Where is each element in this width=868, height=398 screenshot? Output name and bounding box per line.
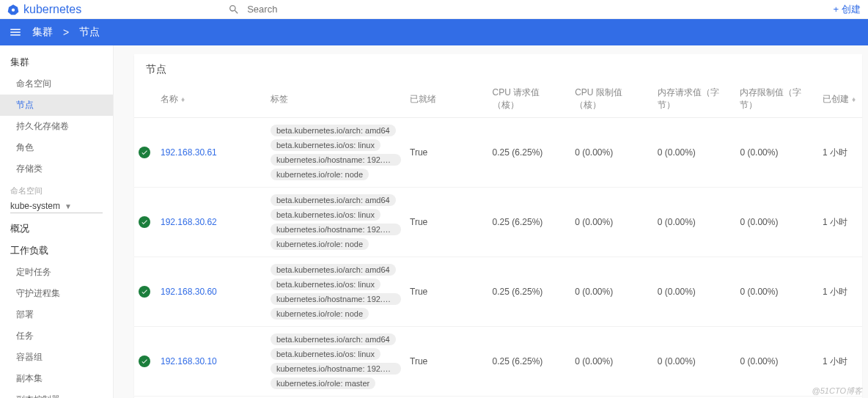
status-ok-icon [139, 286, 150, 298]
sidebar-item[interactable]: 角色 [0, 137, 113, 158]
cell-ready: True [405, 118, 488, 188]
table-header-row: 名称♦ 标签 已就绪 CPU 请求值（核） CPU 限制值（核） 内存请求值（字… [134, 81, 862, 118]
cell-mem_lim: 0 (0.00%) [735, 257, 818, 327]
create-label: 创建 [842, 3, 861, 16]
plus-icon: + [833, 4, 839, 15]
sidebar-item[interactable]: 部署 [0, 304, 113, 325]
col-cpu-req[interactable]: CPU 请求值（核） [488, 81, 571, 118]
label-chip: kubernetes.io/role: node [271, 238, 369, 250]
cell-mem_lim: 0 (0.00%) [735, 118, 818, 188]
brand-text: kubernetes [23, 3, 81, 16]
cell-age: 1 小时 [818, 257, 862, 327]
sidebar-item[interactable]: 命名空间 [0, 73, 113, 95]
col-ready[interactable]: 已就绪 [405, 81, 488, 118]
sidebar-cluster-header[interactable]: 集群 [0, 51, 113, 73]
table-row: 192.168.30.10beta.kubernetes.io/arch: am… [134, 327, 862, 397]
namespace-select[interactable]: kube-system ▼ [10, 201, 103, 213]
cell-mem_req: 0 (0.00%) [653, 188, 736, 257]
label-chip: kubernetes.io/role: node [271, 169, 369, 180]
topbar: kubernetes + 创建 [0, 0, 868, 19]
cell-mem_req: 0 (0.00%) [653, 257, 736, 327]
label-chip: beta.kubernetes.io/arch: amd64 [271, 125, 396, 136]
label-chip: kubernetes.io/hostname: 192.168.3... [271, 154, 401, 166]
label-chip: beta.kubernetes.io/arch: amd64 [271, 333, 396, 345]
svg-point-1 [12, 8, 15, 11]
sort-icon: ♦ [181, 95, 185, 103]
brand-logo[interactable]: kubernetes [7, 3, 81, 16]
blue-header: 集群 > 节点 [0, 19, 868, 45]
cell-ready: True [405, 327, 488, 397]
table-row: 192.168.30.60beta.kubernetes.io/arch: am… [134, 257, 862, 327]
sidebar-item[interactable]: 节点 [0, 95, 113, 116]
label-chip: kubernetes.io/hostname: 192.168.3... [271, 293, 401, 305]
sidebar-item[interactable]: 持久化存储卷 [0, 116, 113, 137]
create-button[interactable]: + 创建 [833, 3, 861, 16]
label-chips: beta.kubernetes.io/arch: amd64beta.kuber… [271, 333, 401, 390]
cell-mem_lim: 0 (0.00%) [735, 188, 818, 257]
label-chip: beta.kubernetes.io/os: linux [271, 348, 380, 360]
sidebar-overview[interactable]: 概况 [0, 218, 113, 240]
cell-mem_req: 0 (0.00%) [653, 118, 736, 188]
label-chips: beta.kubernetes.io/arch: amd64beta.kuber… [271, 124, 401, 181]
status-ok-icon [139, 355, 150, 367]
hamburger-icon[interactable] [9, 26, 22, 39]
cell-cpu_req: 0.25 (6.25%) [488, 118, 571, 188]
label-chip: kubernetes.io/role: master [271, 377, 375, 389]
kubernetes-icon [7, 4, 19, 15]
namespace-selected: kube-system [10, 201, 60, 211]
cell-mem_lim: 0 (0.00%) [735, 327, 818, 397]
node-link[interactable]: 192.168.30.10 [161, 356, 217, 366]
table-row: 192.168.30.62beta.kubernetes.io/arch: am… [134, 188, 862, 257]
col-cpu-lim[interactable]: CPU 限制值（核） [570, 81, 653, 118]
sidebar-item[interactable]: 定时任务 [0, 262, 113, 283]
col-age[interactable]: 已创建♦ [818, 81, 862, 118]
breadcrumb-cluster[interactable]: 集群 [32, 26, 53, 39]
watermark: @51CTO博客 [812, 386, 862, 397]
col-mem-req[interactable]: 内存请求值（字节） [653, 81, 736, 118]
sidebar-workload-header[interactable]: 工作负载 [0, 240, 113, 262]
search-icon [228, 4, 240, 15]
main-content: 节点 名称♦ 标签 已就绪 CPU 请求值（核） CPU 限制值（核） 内存请求… [114, 45, 868, 398]
cell-ready: True [405, 257, 488, 327]
label-chip: kubernetes.io/role: node [271, 308, 369, 320]
label-chip: kubernetes.io/hostname: 192.168.3... [271, 224, 401, 235]
sidebar-ns-label: 命名空间 [0, 180, 113, 198]
cell-cpu_req: 0.25 (6.25%) [488, 188, 571, 257]
cell-age: 1 小时 [818, 118, 862, 188]
col-name[interactable]: 名称♦ [156, 81, 266, 118]
status-ok-icon [139, 216, 150, 228]
label-chip: beta.kubernetes.io/os: linux [271, 279, 380, 290]
nodes-card: 节点 名称♦ 标签 已就绪 CPU 请求值（核） CPU 限制值（核） 内存请求… [134, 54, 862, 398]
label-chip: beta.kubernetes.io/os: linux [271, 139, 380, 151]
cell-cpu_req: 0.25 (6.25%) [488, 257, 571, 327]
nodes-table: 名称♦ 标签 已就绪 CPU 请求值（核） CPU 限制值（核） 内存请求值（字… [134, 81, 862, 398]
search-input[interactable] [247, 4, 467, 15]
label-chips: beta.kubernetes.io/arch: amd64beta.kuber… [271, 194, 401, 251]
sidebar-item[interactable]: 守护进程集 [0, 283, 113, 304]
node-link[interactable]: 192.168.30.60 [161, 287, 217, 297]
status-ok-icon [139, 147, 150, 158]
sidebar-item[interactable]: 副本集 [0, 368, 113, 389]
cell-cpu_lim: 0 (0.00%) [570, 118, 653, 188]
chevron-down-icon: ▼ [65, 202, 72, 210]
label-chips: beta.kubernetes.io/arch: amd64beta.kuber… [271, 263, 401, 320]
sidebar: 集群 命名空间节点持久化存储卷角色存储类 命名空间 kube-system ▼ … [0, 45, 114, 398]
table-row: 192.168.30.61beta.kubernetes.io/arch: am… [134, 118, 862, 188]
col-labels[interactable]: 标签 [266, 81, 405, 118]
breadcrumb-current: 节点 [79, 26, 100, 39]
label-chip: beta.kubernetes.io/os: linux [271, 209, 380, 221]
node-link[interactable]: 192.168.30.62 [161, 217, 217, 227]
sidebar-item[interactable]: 任务 [0, 325, 113, 347]
label-chip: kubernetes.io/hostname: 192.168.3... [271, 363, 401, 375]
cell-cpu_lim: 0 (0.00%) [570, 188, 653, 257]
sidebar-item[interactable]: 容器组 [0, 347, 113, 368]
label-chip: beta.kubernetes.io/arch: amd64 [271, 194, 396, 206]
cell-ready: True [405, 188, 488, 257]
label-chip: beta.kubernetes.io/arch: amd64 [271, 264, 396, 276]
node-link[interactable]: 192.168.30.61 [161, 147, 217, 158]
cell-cpu_req: 0.25 (6.25%) [488, 327, 571, 397]
col-mem-lim[interactable]: 内存限制值（字节） [735, 81, 818, 118]
sort-icon: ♦ [852, 95, 856, 103]
sidebar-item[interactable]: 副本控制器 [0, 389, 113, 398]
sidebar-item[interactable]: 存储类 [0, 158, 113, 180]
